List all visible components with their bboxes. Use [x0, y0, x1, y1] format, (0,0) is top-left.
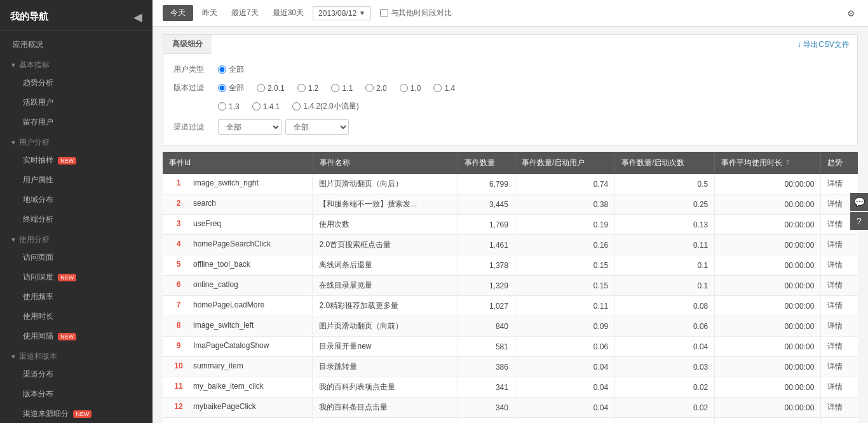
- version-1.0[interactable]: 1.0: [400, 84, 421, 93]
- cell-avg-time: 00:00:00: [715, 215, 821, 235]
- cell-detail[interactable]: 详情: [821, 276, 858, 296]
- row-event-id: online_catlog: [193, 280, 238, 289]
- sidebar-item-active-users[interactable]: 活跃用户: [0, 93, 153, 112]
- col-event-count: 事件数量: [458, 152, 515, 174]
- cell-detail[interactable]: 详情: [821, 255, 858, 276]
- version-options: 全部 2.0.1 1.2 1.1: [218, 83, 455, 93]
- channel-select-2[interactable]: 全部: [285, 119, 349, 135]
- yesterday-button[interactable]: 昨天: [197, 5, 222, 21]
- cell-detail[interactable]: 详情: [821, 337, 858, 357]
- row-event-id: mybaikePageClick: [193, 402, 256, 411]
- sidebar-item-page-visit[interactable]: 访问页面: [0, 248, 153, 267]
- cell-detail[interactable]: 详情: [821, 296, 858, 316]
- sidebar-back-button[interactable]: ◀: [133, 10, 142, 24]
- help-float-button[interactable]: ?: [850, 212, 868, 230]
- last30-button[interactable]: 最近30天: [268, 5, 309, 21]
- cell-detail[interactable]: 详情: [821, 316, 858, 337]
- filter-body: 用户类型 全部 版本过滤 全部: [163, 54, 857, 145]
- cell-count: 6,799: [458, 174, 515, 194]
- sidebar-item-usage-interval[interactable]: 使用间隔 NEW: [0, 326, 153, 346]
- cell-per-launch: 0.08: [615, 296, 715, 316]
- cell-detail[interactable]: 详情: [821, 357, 858, 377]
- cell-count: 1,027: [458, 296, 515, 316]
- sidebar-item-version-dist[interactable]: 版本分布: [0, 384, 153, 404]
- version-all-radio[interactable]: [218, 84, 226, 92]
- cell-num: 4 homePageSearchClick: [163, 235, 313, 253]
- version-1.1[interactable]: 1.1: [331, 84, 353, 93]
- version-1.4-radio[interactable]: [433, 84, 442, 92]
- sidebar-item-trend[interactable]: 趋势分析: [0, 73, 153, 93]
- version-2.0.1-radio[interactable]: [257, 84, 265, 92]
- cell-name: 图片页滑动翻页（向前）: [313, 316, 458, 337]
- cell-num: 10 summary_item: [163, 357, 313, 375]
- compare-checkbox-label[interactable]: 与其他时间段对比: [380, 8, 452, 18]
- sidebar-item-geo[interactable]: 地域分布: [0, 190, 153, 210]
- version-1.4.1[interactable]: 1.4.1: [252, 102, 280, 111]
- sidebar-item-retained-users[interactable]: 留存用户: [0, 112, 153, 132]
- new-badge: NEW: [58, 333, 76, 340]
- cell-per-launch: 0.1: [615, 255, 715, 276]
- version-2.0[interactable]: 2.0: [365, 84, 387, 93]
- cell-per-user: 0.09: [515, 316, 614, 337]
- cell-avg-time: 00:00:00: [715, 357, 821, 377]
- date-picker[interactable]: 2013/08/12 ▼: [313, 6, 371, 20]
- sidebar-group-basic-metrics[interactable]: ▼ 基本指标: [0, 55, 153, 73]
- channel-select-1[interactable]: 全部: [218, 119, 281, 135]
- table-row: 6 online_catlog 在线目录展览量 1,329 0.15 0.1 0…: [163, 276, 858, 296]
- sidebar-item-terminal[interactable]: 终端分析: [0, 210, 153, 229]
- cell-detail[interactable]: 详情: [821, 174, 858, 194]
- version-1.3-radio[interactable]: [218, 102, 226, 111]
- sidebar-group-channel-version[interactable]: ▼ 渠道和版本: [0, 346, 153, 365]
- sidebar-item-app-overview[interactable]: 应用概况: [0, 35, 153, 55]
- row-event-id: offline_tool_back: [193, 260, 250, 269]
- sidebar-item-realtime[interactable]: 实时抽样 NEW: [0, 151, 153, 170]
- cell-name: 图片页滑动翻页（向后）: [313, 174, 458, 194]
- chat-float-button[interactable]: 💬: [850, 193, 868, 211]
- cell-per-user: 0.06: [515, 337, 614, 357]
- version-1.4.2-radio[interactable]: [292, 102, 301, 111]
- version-1.2[interactable]: 1.2: [297, 84, 319, 93]
- version-1.0-radio[interactable]: [400, 84, 408, 92]
- export-csv-link[interactable]: ↓ 导出CSV文件: [797, 39, 857, 50]
- version-1.4.2[interactable]: 1.4.2(2.0小流量): [292, 101, 358, 112]
- version-1.4[interactable]: 1.4: [433, 84, 455, 93]
- sidebar-group-usage-analysis[interactable]: ▼ 使用分析: [0, 229, 153, 248]
- table-row: 10 summary_item 目录跳转量 386 0.04 0.03 00:0…: [163, 357, 858, 377]
- sidebar-item-usage-freq[interactable]: 使用频率: [0, 287, 153, 307]
- sidebar-item-usage-duration[interactable]: 使用时长: [0, 307, 153, 326]
- cell-detail[interactable]: 详情: [821, 398, 858, 418]
- version-1.2-radio[interactable]: [297, 84, 306, 92]
- cell-num: 9 ImaPageCatalogShow: [163, 337, 313, 354]
- sidebar-item-channel-dist[interactable]: 渠道分布: [0, 365, 153, 384]
- arrow-icon: ▼: [10, 139, 17, 146]
- last7-button[interactable]: 最近7天: [226, 5, 264, 21]
- cell-num: 5 offline_tool_back: [163, 255, 313, 273]
- sidebar-item-channel-source[interactable]: 渠道来源细分 NEW: [0, 404, 153, 423]
- help-icon[interactable]: ?: [786, 159, 790, 166]
- cell-detail[interactable]: 详情: [821, 377, 858, 398]
- cell-num: 7 homePageLoadMore: [163, 296, 313, 314]
- version-1.1-radio[interactable]: [331, 84, 339, 92]
- events-table: 事件Id 事件名称 事件数量 事件数量/启动用户 事件数量/启动次数 事件平均使…: [163, 152, 858, 423]
- version-2.0.1[interactable]: 2.0.1: [257, 84, 285, 93]
- cell-per-launch: 0.11: [615, 235, 715, 255]
- cell-per-user: 0.04: [515, 398, 614, 418]
- user-type-all-radio[interactable]: [218, 65, 226, 74]
- cell-detail[interactable]: 详情: [821, 235, 858, 255]
- version-1.4.1-radio[interactable]: [252, 102, 261, 111]
- sidebar-group-user-analysis[interactable]: ▼ 用户分析: [0, 132, 153, 151]
- user-type-all[interactable]: 全部: [218, 64, 244, 75]
- cell-detail[interactable]: 详情: [821, 418, 858, 424]
- compare-checkbox[interactable]: [380, 9, 388, 17]
- cell-name: 2.0精彩推荐到专题页点击量: [313, 418, 458, 424]
- cell-num: 6 online_catlog: [163, 276, 313, 293]
- sidebar-item-visit-depth[interactable]: 访问深度 NEW: [0, 267, 153, 287]
- version-2.0-radio[interactable]: [365, 84, 374, 92]
- settings-icon[interactable]: ⚙: [844, 6, 858, 21]
- version-1.3[interactable]: 1.3: [218, 102, 240, 111]
- col-per-user: 事件数量/启动用户: [515, 152, 614, 174]
- version-all[interactable]: 全部: [218, 83, 244, 93]
- sidebar-item-user-attr[interactable]: 用户属性: [0, 170, 153, 190]
- cell-per-user: 0.15: [515, 276, 614, 296]
- today-button[interactable]: 今天: [163, 5, 193, 21]
